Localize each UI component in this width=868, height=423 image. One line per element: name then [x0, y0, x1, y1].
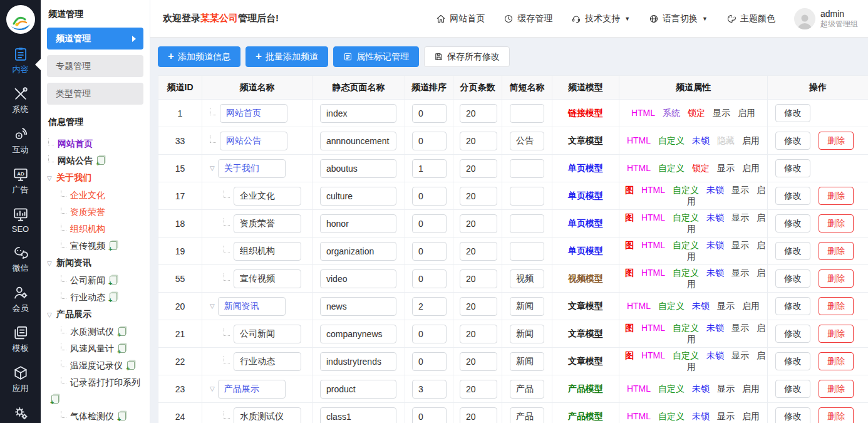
add-doc-icon[interactable]: [110, 293, 117, 301]
attr-flag[interactable]: HTML: [641, 212, 665, 222]
channel-name-input[interactable]: [234, 325, 301, 343]
tree-item[interactable]: 网站首页: [47, 135, 143, 152]
attr-flag[interactable]: 自定义: [658, 163, 685, 173]
sidebar-item-app[interactable]: 应用: [0, 359, 41, 399]
per-page-input[interactable]: [460, 104, 497, 123]
attr-flag[interactable]: 启用: [742, 301, 760, 311]
short-name-input[interactable]: [510, 159, 544, 178]
add-doc-icon[interactable]: [110, 241, 117, 250]
attr-flag[interactable]: HTML: [627, 301, 651, 311]
short-name-input[interactable]: [510, 352, 544, 371]
static-name-input[interactable]: [320, 132, 396, 150]
per-page-input[interactable]: [460, 352, 497, 371]
attr-flag[interactable]: 显示: [731, 268, 749, 278]
channel-name-input[interactable]: [234, 242, 301, 261]
attr-flag[interactable]: 启用: [742, 384, 760, 394]
attr-flag[interactable]: 显示: [731, 212, 749, 222]
attr-flag[interactable]: HTML: [627, 411, 651, 421]
chevron-down-icon[interactable]: ▽: [210, 165, 215, 172]
add-doc-icon[interactable]: [97, 156, 105, 165]
attr-flag[interactable]: 自定义: [673, 212, 699, 222]
channel-name-input[interactable]: [234, 407, 301, 423]
attr-flag[interactable]: 未锁: [706, 268, 724, 278]
short-name-input[interactable]: [510, 325, 544, 343]
channel-name-input[interactable]: [218, 159, 286, 178]
chevron-down-icon[interactable]: ▽: [210, 385, 215, 392]
short-name-input[interactable]: [510, 242, 544, 261]
tree-item[interactable]: 组织机构: [47, 221, 143, 238]
per-page-input[interactable]: [460, 269, 497, 288]
sidebar-item-system[interactable]: 系统: [0, 80, 41, 120]
attr-flag[interactable]: HTML: [641, 350, 665, 360]
attr-flag[interactable]: 显示: [731, 240, 749, 250]
attr-flag[interactable]: 自定义: [673, 323, 699, 333]
attr-flag[interactable]: 系统: [663, 108, 680, 118]
delete-button[interactable]: 删除: [819, 380, 854, 398]
attr-flag[interactable]: 未锁: [706, 323, 724, 333]
chevron-down-icon[interactable]: ▽: [47, 306, 56, 323]
short-name-input[interactable]: [510, 104, 544, 123]
add-doc-icon[interactable]: [118, 344, 126, 353]
short-name-input[interactable]: [510, 214, 544, 233]
tree-item[interactable]: 网站公告: [47, 152, 143, 169]
delete-button[interactable]: 删除: [819, 132, 854, 150]
static-name-input[interactable]: [320, 352, 396, 371]
delete-button[interactable]: 删除: [819, 297, 854, 315]
channel-name-input[interactable]: [220, 132, 287, 150]
attr-flag[interactable]: 显示: [717, 411, 735, 421]
static-name-input[interactable]: [320, 297, 396, 316]
attr-flag[interactable]: 显示: [731, 323, 749, 333]
sidebar-item-seo[interactable]: SEO: [0, 201, 41, 239]
attr-flag[interactable]: HTML: [627, 135, 651, 145]
edit-button[interactable]: 修改: [775, 242, 810, 260]
sidebar-item-wechat[interactable]: 微信: [0, 239, 41, 279]
logo[interactable]: [6, 5, 35, 34]
short-name-input[interactable]: [510, 132, 544, 150]
attr-flag[interactable]: 未锁: [692, 135, 710, 145]
channel-name-input[interactable]: [218, 380, 286, 399]
channel-name-input[interactable]: [234, 187, 301, 206]
delete-button[interactable]: 删除: [819, 187, 854, 205]
attr-flag[interactable]: 未锁: [706, 240, 724, 250]
attr-flag[interactable]: 启用: [738, 108, 755, 118]
sort-input[interactable]: [412, 104, 447, 123]
attr-flag[interactable]: 锁定: [692, 163, 710, 173]
add-doc-icon[interactable]: [110, 276, 117, 285]
batch-add-channel-button[interactable]: +批量添加频道: [245, 46, 328, 67]
attr-flag[interactable]: 启用: [742, 411, 760, 421]
add-doc-icon[interactable]: [127, 361, 135, 370]
static-name-input[interactable]: [320, 325, 396, 343]
edit-button[interactable]: 修改: [775, 159, 810, 177]
delete-button[interactable]: 删除: [819, 325, 854, 343]
attr-flag[interactable]: HTML: [641, 240, 665, 250]
edit-button[interactable]: 修改: [775, 214, 810, 232]
add-channel-info-button[interactable]: +添加频道信息: [158, 46, 240, 67]
attr-flag[interactable]: HTML: [641, 268, 665, 278]
attr-flag[interactable]: 自定义: [658, 411, 685, 421]
delete-button[interactable]: 删除: [819, 407, 854, 423]
edit-button[interactable]: 修改: [775, 380, 810, 398]
tree-item[interactable]: ▽关于我们: [47, 169, 143, 187]
panel-menu-type-manage[interactable]: 类型管理: [47, 83, 143, 105]
tree-item[interactable]: 风速风量计: [47, 340, 143, 357]
sidebar-item-template[interactable]: 模板: [0, 319, 41, 359]
chevron-down-icon[interactable]: ▽: [47, 255, 56, 272]
attr-flag[interactable]: 图: [625, 350, 634, 360]
nav-tech-support[interactable]: 技术支持▼: [571, 13, 630, 24]
save-all-changes-button[interactable]: 保存所有修改: [424, 46, 510, 67]
chevron-down-icon[interactable]: ▽: [210, 303, 215, 310]
short-name-input[interactable]: [510, 380, 544, 399]
edit-button[interactable]: 修改: [775, 297, 810, 315]
static-name-input[interactable]: [320, 242, 396, 261]
attr-flag[interactable]: 未锁: [692, 301, 710, 311]
nav-theme-color[interactable]: 主题颜色: [726, 13, 775, 24]
sort-input[interactable]: [412, 242, 447, 261]
per-page-input[interactable]: [460, 159, 497, 178]
tree-item[interactable]: 公司新闻: [47, 272, 143, 289]
short-name-input[interactable]: [510, 269, 544, 288]
per-page-input[interactable]: [460, 214, 497, 233]
sidebar-item-interact[interactable]: 互动: [0, 120, 41, 160]
sort-input[interactable]: [412, 352, 447, 371]
attr-flag[interactable]: 隐藏: [717, 135, 735, 145]
channel-name-input[interactable]: [234, 269, 301, 288]
